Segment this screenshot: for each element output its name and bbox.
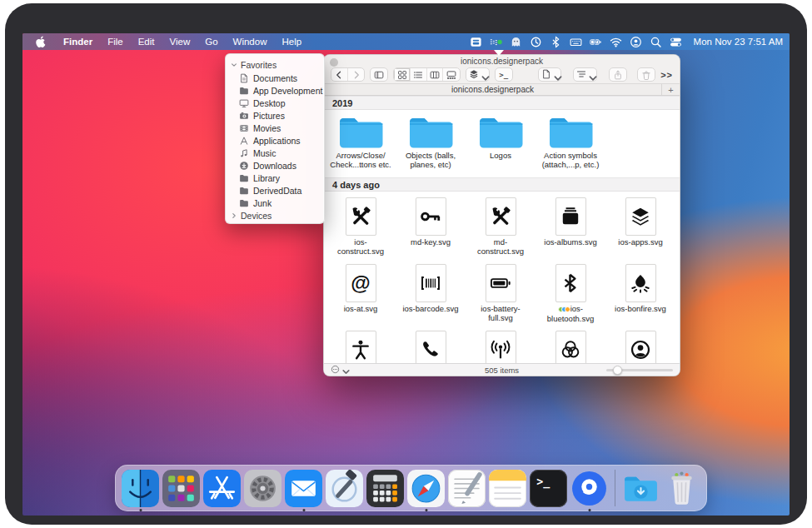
view-list-button[interactable]	[411, 68, 427, 81]
slider-knob[interactable]	[613, 366, 622, 375]
tab-ionicons[interactable]: ionicons.designerpack	[324, 85, 661, 94]
file-item[interactable]: ios-barcode.svg	[396, 264, 466, 325]
dock-xcode-icon[interactable]	[326, 470, 363, 507]
wifi-icon[interactable]	[609, 35, 623, 48]
share-button[interactable]	[609, 67, 627, 82]
menu-edit[interactable]: Edit	[131, 37, 162, 47]
file-item[interactable]	[396, 331, 466, 363]
dock-textedit-icon[interactable]	[448, 470, 486, 507]
dock-mail-icon[interactable]	[285, 470, 322, 507]
delete-button[interactable]	[637, 67, 655, 82]
sidebar-item-deriveddata[interactable]: DerivedData	[226, 184, 324, 197]
navigation-buttons	[331, 67, 365, 82]
file-item[interactable]: ios-albums.svg	[536, 197, 605, 258]
dock-safari-icon[interactable]	[407, 470, 445, 507]
spotlight-icon[interactable]	[649, 35, 663, 48]
dock-downloads-folder-icon[interactable]	[622, 470, 660, 507]
sidebar-item-pictures[interactable]: Pictures	[226, 109, 324, 122]
construct-glyph	[486, 197, 516, 236]
dock-app-store-icon[interactable]	[203, 470, 241, 507]
sidebar-item-movies[interactable]: Movies	[226, 122, 324, 134]
time-machine-icon[interactable]	[529, 35, 543, 48]
dock-calculator-icon[interactable]	[366, 470, 404, 507]
menu-bar-clock[interactable]: Mon Nov 23 7:51 AM	[694, 37, 783, 47]
view-columns-button[interactable]	[427, 68, 444, 81]
sidebar-item-downloads[interactable]: Downloads	[226, 159, 324, 172]
new-tab-button[interactable]: +	[661, 84, 680, 95]
sidebar-section-devices[interactable]: Devices	[226, 209, 324, 222]
sidebar-item-library[interactable]: Library	[226, 172, 324, 184]
view-mode-buttons	[393, 67, 461, 82]
action-menu-button[interactable]	[573, 67, 597, 82]
group-by-button[interactable]	[466, 67, 490, 82]
folder-item[interactable]: Objects (balls, planes, etc)	[396, 114, 466, 177]
music-note-icon	[239, 148, 249, 158]
file-item[interactable]	[605, 331, 675, 363]
file-item[interactable]: ios-battery- full.svg	[466, 264, 536, 325]
menu-help[interactable]: Help	[274, 37, 309, 47]
view-grid-button[interactable]	[394, 68, 411, 81]
toolbar-overflow-button[interactable]: >>	[660, 70, 673, 80]
sidebar-item-app-development[interactable]: App Development	[226, 84, 324, 97]
construct-glyph	[346, 197, 376, 236]
file-item[interactable]: md-key.svg	[396, 197, 466, 258]
folder-icon	[239, 198, 249, 208]
view-gallery-button[interactable]	[443, 68, 460, 81]
new-document-button[interactable]	[538, 67, 562, 82]
traffic-light-button[interactable]	[330, 58, 338, 67]
menu-go[interactable]: Go	[197, 37, 225, 47]
menu-app-name[interactable]: Finder	[56, 33, 100, 50]
sidebar-item-documents[interactable]: Documents	[226, 72, 324, 84]
equalizer-status-icon[interactable]	[489, 35, 503, 48]
forward-button[interactable]	[348, 68, 365, 81]
window-status-bar: 505 items	[324, 363, 680, 376]
back-button[interactable]	[331, 68, 348, 81]
keyboard-icon[interactable]	[569, 35, 583, 48]
ghost-icon[interactable]	[509, 35, 523, 48]
apple-menu-icon[interactable]	[34, 35, 47, 48]
window-titlebar[interactable]: ionicons.designerpack	[324, 55, 680, 66]
dock-terminal-icon[interactable]: >_	[530, 470, 567, 507]
folder-icon	[239, 186, 249, 196]
finder-sidebar-panel: Favorites DocumentsApp DevelopmentDeskto…	[225, 53, 325, 224]
battery-charging-icon[interactable]	[589, 35, 603, 48]
dock-trash-icon[interactable]	[663, 470, 700, 507]
file-item[interactable]	[536, 331, 605, 363]
bluetooth-icon[interactable]	[549, 35, 563, 48]
folder-icon	[408, 114, 453, 149]
file-item[interactable]: ios-bonfire.svg	[605, 264, 675, 325]
dock-system-preferences-icon[interactable]	[244, 470, 281, 507]
file-item[interactable]: @ios-at.svg	[326, 264, 396, 325]
icon-size-slider[interactable]	[606, 369, 673, 371]
folder-item[interactable]: Logos	[466, 114, 536, 177]
sidebar-section-favorites[interactable]: Favorites	[226, 58, 324, 72]
toggle-sidebar-button[interactable]	[370, 67, 388, 82]
sidebar-item-music[interactable]: Music	[226, 147, 324, 159]
file-item[interactable]	[326, 331, 396, 363]
dock-launchpad-icon[interactable]	[162, 470, 200, 507]
file-item[interactable]: ios-apps.svg	[605, 197, 675, 258]
folder-item[interactable]: Arrows/Close/ Check...ttons etc.	[326, 114, 396, 177]
frontmost-app-icon[interactable]	[469, 35, 483, 48]
user-account-icon[interactable]	[629, 35, 643, 48]
file-item[interactable]: ios- bluetooth.svg	[536, 264, 605, 325]
dock-finder-icon[interactable]	[122, 470, 159, 507]
file-item[interactable]: md- construct.svg	[466, 197, 536, 258]
menu-view[interactable]: View	[162, 37, 198, 47]
sidebar-item-applications[interactable]: Applications	[226, 134, 324, 147]
running-indicator	[588, 509, 590, 511]
dock-pin-app-icon[interactable]	[570, 470, 608, 507]
file-item[interactable]: ios- construct.svg	[326, 197, 396, 258]
menu-window[interactable]: Window	[226, 37, 275, 47]
body-glyph	[346, 331, 376, 363]
menu-file[interactable]: File	[100, 37, 131, 47]
file-item[interactable]	[466, 331, 536, 363]
sidebar-item-desktop[interactable]: Desktop	[226, 97, 324, 109]
key-glyph	[416, 197, 446, 236]
call-glyph	[416, 331, 446, 363]
control-center-icon[interactable]	[669, 35, 683, 48]
sidebar-item-junk[interactable]: Junk	[226, 197, 324, 209]
terminal-button[interactable]: >_	[495, 67, 513, 82]
dock-notes-icon[interactable]	[489, 470, 526, 507]
folder-item[interactable]: Action symbols (attach,...p, etc.)	[536, 114, 605, 177]
